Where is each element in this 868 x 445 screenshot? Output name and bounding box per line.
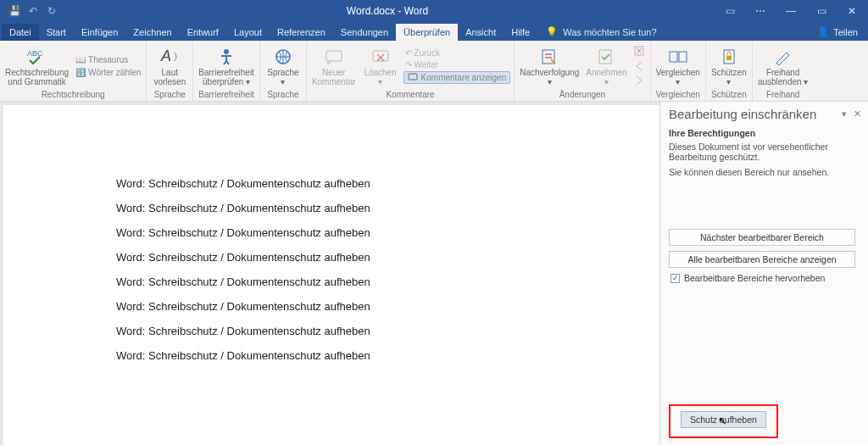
prev-change-button[interactable]: [632, 59, 647, 72]
next-change-button[interactable]: [632, 74, 647, 86]
body-line: Word: Schreibschutz / Dokumentenschutz a…: [116, 177, 637, 190]
pane-close-icon[interactable]: ✕: [854, 108, 861, 120]
compare-icon: [668, 47, 688, 66]
previous-comment-button[interactable]: ↶ Zurück: [403, 47, 511, 58]
comment-icon: [408, 72, 419, 83]
ribbon-tabs: Datei Start Einfügen Zeichnen Entwurf La…: [0, 22, 868, 41]
accept-icon: [596, 47, 616, 66]
thesaurus-button[interactable]: 📖Thesaurus: [74, 54, 142, 65]
word-count-button[interactable]: 🔢Wörter zählen: [74, 67, 142, 78]
tab-help[interactable]: Hilfe: [504, 24, 537, 41]
tab-design[interactable]: Entwurf: [180, 24, 226, 41]
tell-me[interactable]: 💡 Was möchten Sie tun?: [537, 23, 665, 41]
speaker-icon: A: [159, 47, 180, 66]
delete-comment-button[interactable]: Löschen▾: [361, 46, 400, 86]
shield-icon: [719, 47, 739, 66]
read-aloud-button[interactable]: A Lautvorlesen: [150, 46, 189, 86]
permissions-text-2: Sie können diesen Bereich nur ansehen.: [669, 167, 860, 177]
tab-file[interactable]: Datei: [2, 24, 39, 41]
close-icon[interactable]: ✕: [839, 3, 865, 19]
tab-insert[interactable]: Einfügen: [74, 24, 125, 41]
group-speech-label: Sprache: [154, 89, 186, 101]
undo-icon[interactable]: ↶: [27, 5, 39, 17]
body-line: Word: Schreibschutz / Dokumentenschutz a…: [116, 349, 637, 362]
accessibility-icon: [216, 47, 236, 66]
group-ink: Freihandausblenden ▾ Freihand: [753, 41, 814, 101]
redo-icon[interactable]: ↻: [46, 5, 58, 17]
svg-rect-8: [599, 50, 611, 64]
tab-draw[interactable]: Zeichnen: [125, 24, 179, 41]
svg-text:ABC: ABC: [27, 49, 43, 58]
group-language-label: Sprache: [267, 89, 298, 101]
group-speech: A Lautvorlesen Sprache: [147, 41, 193, 101]
new-comment-button[interactable]: NeuerKommentar: [310, 46, 358, 86]
ribbon: ABC Rechtschreibungund Grammatik 📖Thesau…: [0, 41, 868, 102]
group-ink-label: Freihand: [766, 89, 799, 101]
save-icon[interactable]: 💾: [8, 5, 20, 17]
spelling-button[interactable]: ABC Rechtschreibungund Grammatik: [3, 46, 70, 86]
tab-mailings[interactable]: Sendungen: [333, 24, 396, 41]
language-button[interactable]: Sprache▾: [264, 46, 303, 86]
next-comment-button[interactable]: ↷ Weiter: [403, 59, 511, 70]
svg-text:A: A: [160, 47, 171, 64]
track-changes-button[interactable]: Nachverfolgung▾: [518, 46, 581, 86]
group-comments-label: Kommentare: [386, 89, 434, 101]
protect-button[interactable]: Schützen▾: [709, 46, 748, 86]
group-proofing: ABC Rechtschreibungund Grammatik 📖Thesau…: [0, 41, 147, 101]
page: Word: Schreibschutz / Dokumentenschutz a…: [26, 105, 637, 374]
pane-menu-icon[interactable]: ▾: [842, 108, 847, 120]
permissions-section: Ihre Berechtigungen Dieses Dokument ist …: [660, 125, 868, 182]
minimize-icon[interactable]: —: [778, 3, 804, 19]
window-controls: ▭ ⋯ — ▭ ✕: [717, 3, 865, 19]
workspace: Word: Schreibschutz / Dokumentenschutz a…: [0, 102, 868, 445]
group-comments: NeuerKommentar Löschen▾ ↶ Zurück ↷ Weite…: [307, 41, 515, 101]
reject-button[interactable]: [632, 45, 647, 58]
body-line: Word: Schreibschutz / Dokumentenschutz a…: [116, 300, 637, 313]
ribbon-options-icon[interactable]: ▭: [717, 3, 743, 19]
lightbulb-icon: 💡: [546, 26, 558, 37]
body-line: Word: Schreibschutz / Dokumentenschutz a…: [116, 202, 637, 214]
prev-icon: [634, 60, 645, 71]
comment-delete-icon: [370, 47, 391, 66]
tab-layout[interactable]: Layout: [226, 24, 270, 41]
reject-icon: [634, 46, 645, 57]
tell-me-label: Was möchten Sie tun?: [563, 27, 656, 37]
group-language: Sprache▾ Sprache: [260, 41, 307, 101]
tab-view[interactable]: Ansicht: [458, 24, 504, 41]
accept-button[interactable]: Annehmen▾: [584, 46, 628, 86]
next-editable-region-button[interactable]: Nächster bearbeitbarer Bereich: [669, 229, 855, 246]
book-icon: 📖: [75, 55, 86, 64]
restrict-editing-pane: Bearbeitung einschränken ▾ ✕ Ihre Berech…: [659, 102, 868, 445]
pen-icon: [773, 47, 793, 66]
track-icon: [539, 47, 559, 66]
next-icon: [634, 75, 645, 86]
pane-title: Bearbeitung einschränken: [669, 107, 835, 121]
group-accessibility: Barrierefreiheitüberprüfen ▾ Barrierefre…: [193, 41, 260, 101]
group-compare: Vergleichen▾ Vergleichen: [651, 41, 706, 101]
highlight-editable-checkbox[interactable]: ✓ Bearbeitbare Bereiche hervorheben: [660, 270, 868, 286]
tab-home[interactable]: Start: [39, 24, 74, 41]
show-comments-button[interactable]: Kommentare anzeigen: [403, 71, 511, 84]
group-protect: Schützen▾ Schützen: [706, 41, 753, 101]
body-line: Word: Schreibschutz / Dokumentenschutz a…: [116, 251, 637, 264]
hide-ink-button[interactable]: Freihandausblenden ▾: [756, 46, 810, 86]
mouse-cursor-icon: ↖: [718, 414, 727, 427]
group-accessibility-label: Barrierefreiheit: [198, 89, 254, 101]
permissions-text-1: Dieses Dokument ist vor versehentlicher …: [669, 142, 860, 162]
abc-check-icon: ABC: [27, 47, 47, 66]
window-title: Word.docx - Word: [58, 5, 717, 17]
share-button[interactable]: 👤 Teilen: [807, 23, 868, 41]
options-icon[interactable]: ⋯: [748, 3, 773, 19]
accessibility-button[interactable]: Barrierefreiheitüberprüfen ▾: [197, 46, 256, 86]
svg-rect-10: [670, 52, 677, 62]
tab-references[interactable]: Referenzen: [270, 24, 333, 41]
compare-button[interactable]: Vergleichen▾: [654, 46, 702, 86]
show-all-editable-regions-button[interactable]: Alle bearbeitbaren Bereiche anzeigen: [669, 251, 855, 268]
body-line: Word: Schreibschutz / Dokumentenschutz a…: [116, 275, 637, 288]
maximize-icon[interactable]: ▭: [809, 3, 834, 19]
tab-review[interactable]: Überprüfen: [396, 24, 458, 41]
group-tracking: Nachverfolgung▾ Annehmen▾ Änderungen: [515, 41, 650, 101]
checkbox-icon: ✓: [670, 274, 680, 283]
group-tracking-label: Änderungen: [559, 89, 606, 101]
document-area[interactable]: Word: Schreibschutz / Dokumentenschutz a…: [3, 105, 659, 445]
